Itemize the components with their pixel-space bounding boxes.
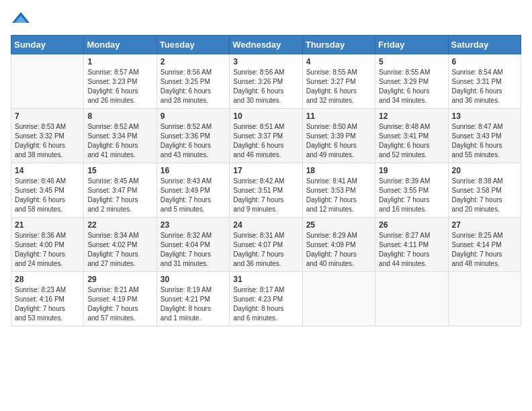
day-info: Sunrise: 8:31 AM Sunset: 4:07 PM Dayligh… bbox=[233, 231, 298, 269]
day-info: Sunrise: 8:25 AM Sunset: 4:14 PM Dayligh… bbox=[452, 231, 517, 269]
day-number: 23 bbox=[161, 220, 226, 230]
day-number: 18 bbox=[306, 166, 371, 175]
calendar-cell: 3Sunrise: 8:56 AM Sunset: 3:26 PM Daylig… bbox=[230, 54, 302, 109]
calendar-cell: 26Sunrise: 8:27 AM Sunset: 4:11 PM Dayli… bbox=[375, 218, 448, 272]
day-number: 15 bbox=[87, 166, 152, 175]
calendar-cell: 30Sunrise: 8:19 AM Sunset: 4:21 PM Dayli… bbox=[157, 272, 229, 326]
day-info: Sunrise: 8:46 AM Sunset: 3:45 PM Dayligh… bbox=[15, 177, 80, 214]
day-info: Sunrise: 8:19 AM Sunset: 4:21 PM Dayligh… bbox=[161, 285, 226, 323]
day-info: Sunrise: 8:34 AM Sunset: 4:02 PM Dayligh… bbox=[87, 231, 152, 269]
calendar-cell: 29Sunrise: 8:21 AM Sunset: 4:19 PM Dayli… bbox=[84, 272, 157, 326]
day-info: Sunrise: 8:42 AM Sunset: 3:51 PM Dayligh… bbox=[233, 177, 298, 214]
day-number: 5 bbox=[379, 57, 444, 66]
calendar-cell: 7Sunrise: 8:53 AM Sunset: 3:32 PM Daylig… bbox=[11, 109, 84, 163]
calendar-cell: 18Sunrise: 8:41 AM Sunset: 3:53 PM Dayli… bbox=[302, 163, 375, 218]
calendar-cell: 11Sunrise: 8:50 AM Sunset: 3:39 PM Dayli… bbox=[302, 109, 375, 163]
calendar-cell: 27Sunrise: 8:25 AM Sunset: 4:14 PM Dayli… bbox=[448, 218, 521, 272]
day-info: Sunrise: 8:56 AM Sunset: 3:25 PM Dayligh… bbox=[161, 68, 226, 105]
calendar-cell: 2Sunrise: 8:56 AM Sunset: 3:25 PM Daylig… bbox=[157, 54, 229, 109]
day-number: 11 bbox=[306, 111, 371, 121]
day-number: 16 bbox=[161, 166, 226, 175]
calendar-cell: 22Sunrise: 8:34 AM Sunset: 4:02 PM Dayli… bbox=[84, 218, 157, 272]
calendar-cell: 6Sunrise: 8:54 AM Sunset: 3:31 PM Daylig… bbox=[448, 54, 521, 109]
calendar-cell: 25Sunrise: 8:29 AM Sunset: 4:09 PM Dayli… bbox=[302, 218, 375, 272]
day-number: 1 bbox=[87, 57, 152, 66]
day-info: Sunrise: 8:17 AM Sunset: 4:23 PM Dayligh… bbox=[233, 285, 298, 323]
calendar-week-row: 21Sunrise: 8:36 AM Sunset: 4:00 PM Dayli… bbox=[11, 218, 521, 272]
calendar-cell: 13Sunrise: 8:47 AM Sunset: 3:43 PM Dayli… bbox=[448, 109, 521, 163]
day-number: 27 bbox=[452, 220, 517, 230]
calendar-cell: 16Sunrise: 8:43 AM Sunset: 3:49 PM Dayli… bbox=[157, 163, 229, 218]
day-info: Sunrise: 8:43 AM Sunset: 3:49 PM Dayligh… bbox=[161, 177, 226, 214]
day-number: 7 bbox=[15, 111, 80, 121]
calendar-cell: 5Sunrise: 8:55 AM Sunset: 3:29 PM Daylig… bbox=[375, 54, 448, 109]
day-number: 12 bbox=[379, 111, 444, 121]
calendar-cell: 21Sunrise: 8:36 AM Sunset: 4:00 PM Dayli… bbox=[11, 218, 84, 272]
day-info: Sunrise: 8:23 AM Sunset: 4:16 PM Dayligh… bbox=[15, 285, 80, 323]
day-info: Sunrise: 8:29 AM Sunset: 4:09 PM Dayligh… bbox=[306, 231, 371, 269]
day-number: 21 bbox=[15, 220, 80, 230]
calendar-week-row: 28Sunrise: 8:23 AM Sunset: 4:16 PM Dayli… bbox=[11, 272, 521, 326]
calendar-header-monday: Monday bbox=[84, 36, 157, 54]
day-number: 31 bbox=[233, 275, 298, 284]
calendar-cell: 19Sunrise: 8:39 AM Sunset: 3:55 PM Dayli… bbox=[375, 163, 448, 218]
day-number: 8 bbox=[87, 111, 152, 121]
day-info: Sunrise: 8:27 AM Sunset: 4:11 PM Dayligh… bbox=[379, 231, 444, 269]
calendar-cell: 17Sunrise: 8:42 AM Sunset: 3:51 PM Dayli… bbox=[230, 163, 302, 218]
calendar-cell: 1Sunrise: 8:57 AM Sunset: 3:23 PM Daylig… bbox=[84, 54, 157, 109]
day-number: 22 bbox=[87, 220, 152, 230]
day-number: 29 bbox=[87, 275, 152, 284]
page-header bbox=[11, 11, 521, 27]
calendar-header-sunday: Sunday bbox=[11, 36, 84, 54]
day-number: 28 bbox=[15, 275, 80, 284]
calendar-header-saturday: Saturday bbox=[448, 36, 521, 54]
day-number: 17 bbox=[233, 166, 298, 175]
day-number: 10 bbox=[233, 111, 298, 121]
calendar-header-friday: Friday bbox=[375, 36, 448, 54]
day-info: Sunrise: 8:55 AM Sunset: 3:29 PM Dayligh… bbox=[379, 68, 444, 105]
day-info: Sunrise: 8:55 AM Sunset: 3:27 PM Dayligh… bbox=[306, 68, 371, 105]
day-info: Sunrise: 8:52 AM Sunset: 3:34 PM Dayligh… bbox=[87, 122, 152, 160]
calendar-header-thursday: Thursday bbox=[302, 36, 375, 54]
calendar-week-row: 1Sunrise: 8:57 AM Sunset: 3:23 PM Daylig… bbox=[11, 54, 521, 109]
day-info: Sunrise: 8:51 AM Sunset: 3:37 PM Dayligh… bbox=[233, 122, 298, 160]
day-number: 30 bbox=[161, 275, 226, 284]
calendar-cell: 4Sunrise: 8:55 AM Sunset: 3:27 PM Daylig… bbox=[302, 54, 375, 109]
day-info: Sunrise: 8:50 AM Sunset: 3:39 PM Dayligh… bbox=[306, 122, 371, 160]
calendar-cell bbox=[448, 272, 521, 326]
day-number: 20 bbox=[452, 166, 517, 175]
day-number: 4 bbox=[306, 57, 371, 66]
calendar-cell: 14Sunrise: 8:46 AM Sunset: 3:45 PM Dayli… bbox=[11, 163, 84, 218]
calendar-cell: 28Sunrise: 8:23 AM Sunset: 4:16 PM Dayli… bbox=[11, 272, 84, 326]
calendar-week-row: 14Sunrise: 8:46 AM Sunset: 3:45 PM Dayli… bbox=[11, 163, 521, 218]
day-info: Sunrise: 8:57 AM Sunset: 3:23 PM Dayligh… bbox=[87, 68, 152, 105]
day-number: 24 bbox=[233, 220, 298, 230]
calendar-cell: 23Sunrise: 8:32 AM Sunset: 4:04 PM Dayli… bbox=[157, 218, 229, 272]
calendar-header-tuesday: Tuesday bbox=[157, 36, 229, 54]
calendar-cell: 20Sunrise: 8:38 AM Sunset: 3:58 PM Dayli… bbox=[448, 163, 521, 218]
calendar-cell: 12Sunrise: 8:48 AM Sunset: 3:41 PM Dayli… bbox=[375, 109, 448, 163]
calendar-week-row: 7Sunrise: 8:53 AM Sunset: 3:32 PM Daylig… bbox=[11, 109, 521, 163]
day-number: 26 bbox=[379, 220, 444, 230]
day-number: 19 bbox=[379, 166, 444, 175]
day-info: Sunrise: 8:39 AM Sunset: 3:55 PM Dayligh… bbox=[379, 177, 444, 214]
calendar-table: SundayMondayTuesdayWednesdayThursdayFrid… bbox=[11, 35, 521, 326]
day-number: 3 bbox=[233, 57, 298, 66]
calendar-cell: 10Sunrise: 8:51 AM Sunset: 3:37 PM Dayli… bbox=[230, 109, 302, 163]
day-info: Sunrise: 8:53 AM Sunset: 3:32 PM Dayligh… bbox=[15, 122, 80, 160]
day-info: Sunrise: 8:52 AM Sunset: 3:36 PM Dayligh… bbox=[161, 122, 226, 160]
calendar-cell bbox=[11, 54, 84, 109]
day-info: Sunrise: 8:41 AM Sunset: 3:53 PM Dayligh… bbox=[306, 177, 371, 214]
calendar-header-row: SundayMondayTuesdayWednesdayThursdayFrid… bbox=[11, 36, 521, 54]
day-number: 14 bbox=[15, 166, 80, 175]
day-number: 25 bbox=[306, 220, 371, 230]
calendar-cell: 8Sunrise: 8:52 AM Sunset: 3:34 PM Daylig… bbox=[84, 109, 157, 163]
day-info: Sunrise: 8:47 AM Sunset: 3:43 PM Dayligh… bbox=[452, 122, 517, 160]
calendar-cell: 31Sunrise: 8:17 AM Sunset: 4:23 PM Dayli… bbox=[230, 272, 302, 326]
logo-icon bbox=[11, 11, 31, 27]
day-info: Sunrise: 8:21 AM Sunset: 4:19 PM Dayligh… bbox=[87, 285, 152, 323]
calendar-cell bbox=[375, 272, 448, 326]
day-info: Sunrise: 8:36 AM Sunset: 4:00 PM Dayligh… bbox=[15, 231, 80, 269]
calendar-header-wednesday: Wednesday bbox=[230, 36, 302, 54]
calendar-cell: 9Sunrise: 8:52 AM Sunset: 3:36 PM Daylig… bbox=[157, 109, 229, 163]
